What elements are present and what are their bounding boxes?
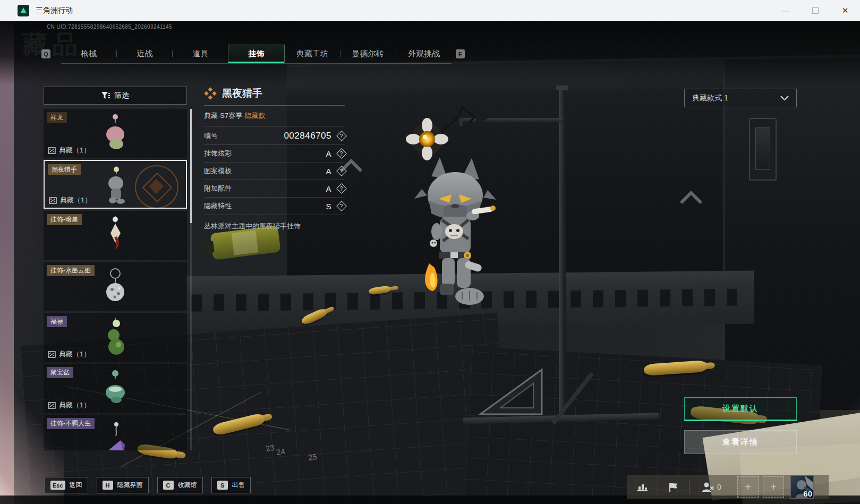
scene-ruler-mark: 25	[308, 452, 318, 463]
help-icon[interactable]: ?	[336, 166, 347, 176]
dropdown-value: 典藏款式 1	[692, 93, 728, 103]
wolf-charm-model	[394, 104, 516, 317]
view-details-button[interactable]: 查看详情	[684, 430, 797, 454]
charm-thumbnail	[99, 266, 131, 307]
collect-count: 典藏（1）	[48, 349, 90, 359]
charm-list: 祥龙 典藏（1） 黑夜猎手 典藏（1）	[44, 109, 188, 450]
list-scrollbar	[190, 109, 192, 450]
set-default-button[interactable]: 设置默认	[684, 397, 797, 421]
charm-card-free-life[interactable]: 挂饰-不羁人生	[44, 415, 187, 450]
filter-button[interactable]: 筛选	[44, 87, 187, 105]
window-controls: — ✕	[771, 0, 860, 21]
rarity-badge: 福禄	[47, 316, 67, 327]
app-logo-icon	[18, 5, 29, 16]
rarity-badge: 黑夜猎手	[48, 164, 81, 175]
hotkey-collection-hall[interactable]: C 收藏馆	[157, 477, 203, 493]
divider	[204, 126, 345, 126]
collect-count: 典藏（1）	[48, 400, 90, 410]
help-icon[interactable]: ?	[336, 183, 347, 194]
charm-card-treasure-bowl[interactable]: 聚宝盆 典藏（1）	[44, 364, 187, 413]
collection-icon	[49, 197, 57, 204]
filter-funnel-icon	[101, 92, 110, 100]
hidden-style-tag: 隐藏款	[245, 111, 266, 121]
chevron-down-icon	[780, 96, 789, 100]
app-window: 23 24 25 三角洲行动 — ✕ 藏品 CN UID:72815558298…	[0, 0, 860, 504]
charm-card-xianglong[interactable]: 祥龙 典藏（1）	[44, 109, 187, 158]
charm-card-dark-star[interactable]: 挂饰-暗星	[44, 211, 187, 260]
charm-card-fulu[interactable]: 福禄 典藏（1）	[44, 313, 187, 362]
help-icon[interactable]: ?	[336, 148, 347, 159]
category-tabbar: 枪械 近战 道具 挂饰 典藏工坊 曼德尔砖 外观挑战	[61, 45, 452, 64]
charm-thumbnail	[99, 215, 131, 257]
close-button[interactable]: ✕	[830, 0, 860, 21]
tab-appearance-challenge[interactable]: 外观挑战	[396, 45, 452, 63]
colorway-grade: A	[326, 149, 331, 158]
tab-mandel-brick[interactable]: 曼德尔砖	[340, 45, 396, 63]
uid-text: CN UID:72815558298640652685_202603241145	[47, 24, 172, 30]
rarity-badge: 挂饰-不羁人生	[47, 418, 95, 429]
rarity-badge: 挂饰-水墨云图	[47, 265, 95, 276]
scene-ruler-mark: 24	[276, 447, 286, 457]
collection-icon	[48, 351, 56, 358]
collection-icon	[48, 147, 56, 154]
collect-count: 典藏（1）	[48, 146, 90, 155]
pattern-grade: A	[326, 167, 331, 176]
charm-title-row: 黑夜猎手	[204, 83, 345, 104]
scene-case-clasp	[749, 118, 777, 181]
next-tab-key-hint: E	[456, 49, 465, 58]
hotkey-back[interactable]: Esc 返回	[45, 477, 88, 493]
serial-number: 002846705	[284, 131, 331, 141]
report-button[interactable]	[658, 475, 689, 499]
scene-set-square	[478, 366, 544, 417]
detail-row-colorway: 挂饰炫彩 A ?	[204, 145, 345, 163]
s-key-icon: S	[217, 481, 228, 490]
hotkey-hide-ui[interactable]: H 隐藏界面	[97, 477, 149, 493]
charm-title: 黑夜猎手	[222, 87, 262, 100]
c-key-icon: C	[163, 481, 174, 490]
hidden-trait-grade: S	[326, 202, 331, 211]
rarity-badge: 祥龙	[47, 112, 67, 123]
friends-button[interactable]: 0	[689, 475, 733, 499]
charm-details-panel: 黑夜猎手 典藏-S7赛季-隐藏款 编号 002846705 ? 挂饰炫彩 A ?…	[204, 83, 345, 231]
collection-diamond-icon	[204, 87, 217, 100]
bar-chart-icon	[636, 482, 648, 492]
detail-row-serial: 编号 002846705 ?	[204, 127, 345, 145]
tab-charms[interactable]: 挂饰	[228, 45, 284, 63]
rarity-badge: 挂饰-暗星	[47, 214, 82, 225]
tab-items[interactable]: 道具	[173, 45, 228, 63]
minimize-button[interactable]: —	[771, 0, 801, 21]
friends-count: 0	[717, 483, 721, 491]
charm-description: 丛林派对主题中的黑夜猎手挂饰	[204, 221, 345, 231]
rarity-badge: 聚宝盆	[47, 367, 73, 378]
flag-icon	[668, 482, 679, 492]
stand-pole	[559, 89, 566, 420]
player-avatar[interactable]: 60	[790, 475, 814, 499]
divider	[204, 105, 345, 106]
plus-icon: +	[745, 481, 751, 493]
list-scrollbar-thumb[interactable]	[190, 109, 192, 223]
collection-style-dropdown[interactable]: 典藏款式 1	[684, 89, 797, 107]
accessory-grade: A	[326, 184, 331, 193]
charm-card-ink-cloud[interactable]: 挂饰-水墨云图	[44, 262, 187, 311]
people-icon	[701, 482, 714, 492]
charm-thumbnail	[100, 165, 132, 207]
tab-guns[interactable]: 枪械	[61, 45, 116, 63]
window-titlebar: 三角洲行动 — ✕	[0, 0, 860, 21]
window-title: 三角洲行动	[36, 6, 73, 15]
filter-label: 筛选	[114, 91, 129, 100]
add-teammate-slot[interactable]: +	[763, 476, 784, 498]
collection-icon	[48, 402, 56, 409]
esc-key-icon: Esc	[50, 481, 65, 490]
tab-collection-workshop[interactable]: 典藏工坊	[285, 45, 340, 63]
tab-melee[interactable]: 近战	[117, 45, 172, 63]
help-icon[interactable]: ?	[336, 131, 347, 141]
charm-card-night-hunter[interactable]: 黑夜猎手 典藏（1）	[44, 160, 187, 209]
stats-button[interactable]	[627, 475, 658, 499]
help-icon[interactable]: ?	[336, 201, 347, 211]
hotkey-sell[interactable]: S 出售	[211, 477, 251, 493]
stand-cap	[556, 86, 568, 90]
scene-case-chevron	[679, 190, 703, 204]
add-teammate-slot[interactable]: +	[737, 476, 759, 498]
charm-subtitle: 典藏-S7赛季-隐藏款	[204, 107, 345, 125]
maximize-button[interactable]	[801, 0, 830, 21]
